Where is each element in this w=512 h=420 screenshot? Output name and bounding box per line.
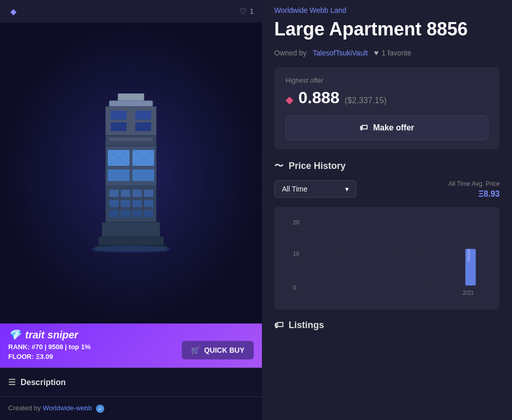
hamburger-icon: ☰ xyxy=(8,377,15,387)
quick-buy-button[interactable]: 🛒 QUICK BUY xyxy=(182,341,254,359)
svg-rect-25 xyxy=(132,200,142,207)
svg-rect-4 xyxy=(135,111,151,120)
owned-by-prefix: Owned by xyxy=(274,49,307,57)
heart-icon[interactable]: ♡ xyxy=(239,7,246,16)
avg-price-block: All Time Avg. Price Ξ8.93 xyxy=(448,180,500,199)
svg-rect-27 xyxy=(109,210,119,217)
left-top-bar: ◆ ♡ 1 xyxy=(0,0,262,23)
svg-rect-22 xyxy=(144,190,153,197)
tag-icon: 🏷 xyxy=(359,123,368,132)
svg-rect-31 xyxy=(102,222,160,237)
svg-rect-29 xyxy=(132,210,142,217)
offer-amount: 0.888 xyxy=(298,88,339,107)
trait-sniper-title: 💎 trait sniper xyxy=(8,329,254,341)
favorites-heart-icon[interactable]: ♥ xyxy=(374,48,378,57)
right-panel: Worldwide Webb Land Large Apartment 8856… xyxy=(262,0,512,420)
eth-diamond-icon: ◆ xyxy=(286,93,293,106)
svg-rect-5 xyxy=(111,123,127,131)
diamond-icon: 💎 xyxy=(8,329,21,341)
chart-icon: 〜 xyxy=(274,160,283,172)
listings-header: 🏷 Listings xyxy=(274,320,500,331)
svg-rect-1 xyxy=(109,101,153,106)
left-panel: ◆ ♡ 1 xyxy=(0,0,262,420)
make-offer-button[interactable]: 🏷 Make offer xyxy=(286,116,488,140)
svg-rect-30 xyxy=(144,210,153,217)
offer-box: Highest offer ◆ 0.888 ($2,337.15) 🏷 Make… xyxy=(274,67,500,149)
description-section: ☰ Description xyxy=(0,368,262,396)
listings-tag-icon: 🏷 xyxy=(274,320,283,331)
svg-rect-19 xyxy=(109,190,119,197)
dropdown-arrow: ▾ xyxy=(345,185,349,193)
price-history-header: 〜 Price History xyxy=(274,160,500,172)
svg-rect-0 xyxy=(118,93,144,101)
svg-text:10: 10 xyxy=(293,251,299,257)
nft-image-container xyxy=(0,23,262,323)
svg-point-34 xyxy=(91,245,171,253)
owner-link[interactable]: TalesofTsukiVault xyxy=(313,49,368,57)
created-by: Created by Worldwide-webb ✓ xyxy=(0,396,262,420)
cart-icon: 🛒 xyxy=(191,346,200,354)
chart-area: 20 10 0 2/21 xyxy=(274,207,500,310)
svg-rect-24 xyxy=(121,200,130,207)
offer-usd: ($2,337.15) xyxy=(345,96,387,105)
nft-title: Large Apartment 8856 xyxy=(262,16,512,48)
svg-rect-26 xyxy=(144,200,153,207)
favorites-section: ♥ 1 favorite xyxy=(374,48,411,57)
svg-rect-6 xyxy=(135,123,151,131)
svg-text:20: 20 xyxy=(293,219,299,225)
description-title: ☰ Description xyxy=(8,377,254,387)
svg-rect-32 xyxy=(99,237,164,245)
svg-rect-23 xyxy=(109,200,119,207)
ethereum-icon: ◆ xyxy=(8,6,18,16)
time-dropdown[interactable]: All Time ▾ xyxy=(274,180,356,198)
svg-rect-21 xyxy=(132,190,142,197)
price-history-section: 〜 Price History All Time ▾ All Time Avg.… xyxy=(274,160,500,310)
price-chart: 20 10 0 2/21 xyxy=(282,215,491,301)
trait-sniper-bar: 💎 trait sniper RANK: #70 | 9508 | top 1%… xyxy=(0,323,262,368)
svg-rect-41 xyxy=(465,249,476,285)
svg-rect-20 xyxy=(121,190,130,197)
svg-text:0: 0 xyxy=(293,284,296,291)
heart-count-value: 1 xyxy=(250,7,254,15)
svg-text:2/21: 2/21 xyxy=(463,290,474,296)
creator-link[interactable]: Worldwide-webb xyxy=(43,404,92,412)
svg-rect-16 xyxy=(108,169,129,181)
svg-rect-8 xyxy=(109,138,153,141)
chart-controls: All Time ▾ All Time Avg. Price Ξ8.93 xyxy=(274,180,500,199)
favorites-count: 1 favorite xyxy=(382,49,411,57)
collection-name[interactable]: Worldwide Webb Land xyxy=(262,0,512,16)
svg-rect-42 xyxy=(467,249,470,262)
verified-badge: ✓ xyxy=(96,405,104,413)
svg-rect-3 xyxy=(111,111,127,120)
heart-count-row: ♡ 1 xyxy=(239,7,254,16)
nft-building xyxy=(85,93,177,253)
trait-sniper-label: trait sniper xyxy=(25,329,78,341)
svg-rect-28 xyxy=(121,210,130,217)
owned-by-row: Owned by TalesofTsukiVault ♥ 1 favorite xyxy=(262,48,512,67)
svg-rect-17 xyxy=(132,169,154,181)
offer-amount-row: ◆ 0.888 ($2,337.15) xyxy=(286,88,488,107)
listings-section: 🏷 Listings xyxy=(274,320,500,331)
highest-offer-label: Highest offer xyxy=(286,77,488,84)
